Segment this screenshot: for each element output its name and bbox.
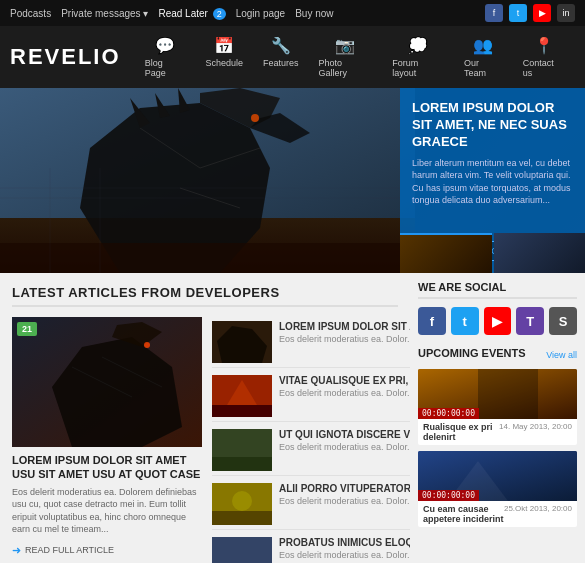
article-badge: 21: [17, 322, 37, 336]
article-thumb-2: [212, 429, 272, 471]
svg-rect-29: [212, 457, 272, 471]
nav-photo-gallery[interactable]: 📷 Photo Gallery: [309, 31, 383, 83]
top-bar-left: Podcasts Private messages ▾ Read Later 2…: [10, 8, 334, 19]
nav-our-team[interactable]: 👥 Our Team: [454, 31, 513, 83]
nav-forum[interactable]: 💭 Forum layout: [382, 31, 454, 83]
main-nav: 💬 Blog Page 📅 Schedule 🔧 Features 📷 Phot…: [135, 31, 575, 83]
events-title: UPCOMING EVENTS: [418, 347, 526, 363]
svg-rect-39: [478, 369, 538, 419]
event-date-2: 25.Okt 2013, 20:00: [504, 504, 572, 524]
hero-image: [0, 88, 415, 273]
nav-features[interactable]: 🔧 Features: [253, 31, 309, 83]
sidebar: WE ARE SOCIAL f t ▶ T S UPCOMING EVENTS …: [410, 273, 585, 563]
nav-schedule[interactable]: 📅 Schedule: [196, 31, 254, 83]
event-card-1: 00:00:00:00 Rualisque ex pri delenirt 14…: [418, 369, 577, 445]
view-all-events-link[interactable]: View all: [546, 350, 577, 360]
latest-articles-title: LATEST ARTICLES FROM DEVELOPERS: [12, 285, 398, 307]
event-timer-2: 00:00:00:00: [418, 490, 479, 501]
hero-section: LOREM IPSUM DOLOR SIT AMET, NE NEC SUAS …: [0, 88, 585, 273]
svg-rect-26: [212, 405, 272, 417]
featured-svg: [12, 317, 202, 447]
top-bar-social: f t ▶ in: [485, 4, 575, 22]
thumb-svg-0: [212, 321, 272, 363]
social-buttons-row: f t ▶ T S: [418, 307, 577, 335]
content-area: LATEST ARTICLES FROM DEVELOPERS: [0, 273, 410, 563]
thumb-svg-1: [212, 375, 272, 417]
photo-icon: 📷: [335, 36, 355, 55]
event-card-2: 00:00:00:00 Cu eam causae appetere incid…: [418, 451, 577, 527]
instagram-topbar-icon[interactable]: in: [557, 4, 575, 22]
article-thumb-1: [212, 375, 272, 417]
event-date-1: 14. May 2013, 20:00: [499, 422, 572, 442]
hero-svg: [0, 88, 415, 273]
schedule-icon: 📅: [214, 36, 234, 55]
events-section: UPCOMING EVENTS View all: [418, 347, 577, 527]
event-image-1: 00:00:00:00: [418, 369, 577, 419]
read-later-badge: 2: [213, 8, 226, 20]
read-later-link[interactable]: Read Later 2: [158, 8, 225, 19]
header: REVELIO 💬 Blog Page 📅 Schedule 🔧 Feature…: [0, 26, 585, 88]
youtube-button[interactable]: ▶: [484, 307, 512, 335]
facebook-topbar-icon[interactable]: f: [485, 4, 503, 22]
event-image-2: 00:00:00:00: [418, 451, 577, 501]
article-thumb-4: [212, 537, 272, 563]
team-icon: 👥: [473, 36, 493, 55]
article-thumb-0: [212, 321, 272, 363]
logo: REVELIO: [10, 44, 120, 70]
svg-point-11: [251, 114, 259, 122]
twitter-button[interactable]: t: [451, 307, 479, 335]
buy-now-link[interactable]: Buy now: [295, 8, 333, 19]
hero-thumb-2[interactable]: [494, 233, 586, 273]
main-content: LATEST ARTICLES FROM DEVELOPERS: [0, 273, 585, 563]
forum-icon: 💭: [408, 36, 428, 55]
featured-article-image: 21: [12, 317, 202, 447]
nav-schedule-label: Schedule: [206, 58, 244, 68]
nav-photo-label: Photo Gallery: [319, 58, 373, 78]
event-title-1: Rualisque ex pri delenirt: [423, 422, 499, 442]
nav-blog-label: Blog Page: [145, 58, 186, 78]
features-icon: 🔧: [271, 36, 291, 55]
hero-title: LOREM IPSUM DOLOR SIT AMET, NE NEC SUAS …: [412, 100, 573, 151]
nav-team-label: Our Team: [464, 58, 503, 78]
twitter-topbar-icon[interactable]: t: [509, 4, 527, 22]
private-messages-link[interactable]: Private messages ▾: [61, 8, 148, 19]
nav-contact[interactable]: 📍 Contact us: [513, 31, 575, 83]
nav-blog-page[interactable]: 💬 Blog Page: [135, 31, 196, 83]
youtube-topbar-icon[interactable]: ▶: [533, 4, 551, 22]
hero-text: Liber alterum mentitum ea vel, cu debet …: [412, 157, 573, 235]
twitch-button[interactable]: T: [516, 307, 544, 335]
nav-forum-label: Forum layout: [392, 58, 444, 78]
arrow-icon: ➜: [12, 544, 21, 557]
svg-rect-31: [212, 511, 272, 525]
svg-rect-12: [0, 243, 415, 273]
hero-thumbnails: [400, 233, 585, 273]
event-title-2: Cu eam causae appetere inciderint: [423, 504, 504, 524]
thumb-svg-4: [212, 537, 272, 563]
read-full-article-button[interactable]: ➜ READ FULL ARTICLE: [12, 544, 202, 557]
svg-rect-33: [212, 537, 272, 563]
event-timer-1: 00:00:00:00: [418, 408, 479, 419]
read-full-label: READ FULL ARTICLE: [25, 545, 114, 555]
event-info-1: Rualisque ex pri delenirt 14. May 2013, …: [418, 419, 577, 445]
thumb-svg-3: [212, 483, 272, 525]
nav-contact-label: Contact us: [523, 58, 565, 78]
blog-icon: 💬: [155, 36, 175, 55]
featured-article: 21 LOREM IPSUM DOLOR SIT AMET USU SIT AM…: [12, 317, 202, 563]
social-title: WE ARE SOCIAL: [418, 281, 577, 299]
svg-point-20: [144, 342, 150, 348]
svg-point-32: [232, 491, 252, 511]
social-section: WE ARE SOCIAL f t ▶ T S: [418, 281, 577, 335]
event-info-2: Cu eam causae appetere inciderint 25.Okt…: [418, 501, 577, 527]
article-thumb-3: [212, 483, 272, 525]
articles-grid: 21 LOREM IPSUM DOLOR SIT AMET USU SIT AM…: [12, 317, 398, 563]
steam-button[interactable]: S: [549, 307, 577, 335]
contact-icon: 📍: [534, 36, 554, 55]
events-header: UPCOMING EVENTS View all: [418, 347, 577, 363]
podcasts-link[interactable]: Podcasts: [10, 8, 51, 19]
login-page-link[interactable]: Login page: [236, 8, 286, 19]
facebook-button[interactable]: f: [418, 307, 446, 335]
hero-thumb-1[interactable]: [400, 233, 492, 273]
featured-title: LOREM IPSUM DOLOR SIT AMET USU SIT AMET …: [12, 453, 202, 482]
nav-features-label: Features: [263, 58, 299, 68]
featured-desc: Eos delerit moderatius ea. Dolorem defin…: [12, 486, 202, 536]
